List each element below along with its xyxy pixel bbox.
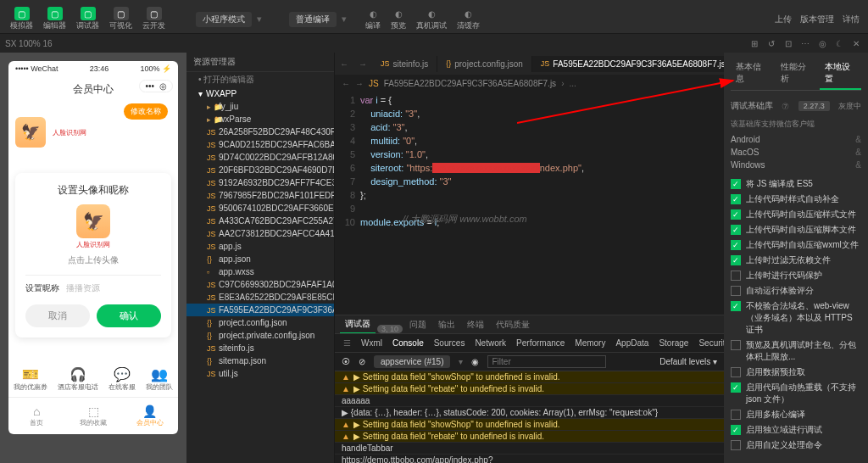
debug-tab-代码质量[interactable]: 代码质量 <box>491 316 535 333</box>
action-预览[interactable]: ◐预览 <box>386 5 411 33</box>
file-AA2C73812BDC29AFCC4A41886...[interactable]: JSAA2C73812BDC29AFCC4A41886... <box>186 227 334 240</box>
console-line[interactable]: ▲▶ Setting data field "rebate" to undefi… <box>335 383 724 395</box>
nav-会员中心[interactable]: 👤会员中心 <box>121 398 178 434</box>
nav-arrow[interactable]: ← <box>342 79 350 88</box>
setting-check[interactable]: 启用数据预拉取 <box>731 365 861 380</box>
debug-tab-调试器[interactable]: 调试器 <box>340 315 376 333</box>
code-editor[interactable]: var i = { uniacid: "3", acid: "3", multi… <box>360 93 724 315</box>
file-app.wxss[interactable]: ▫app.wxss <box>186 265 334 278</box>
toolbar-编辑器[interactable]: ▢编辑器 <box>38 5 71 33</box>
file-app.json[interactable]: {}app.json <box>186 253 334 265</box>
levels-dropdown[interactable]: Default levels ▾ <box>659 357 717 366</box>
file-9D74C0022BDC29AFFB12A8050...[interactable]: JS9D74C0022BDC29AFFB12A8050... <box>186 151 334 164</box>
console-tab-Console[interactable]: Console <box>392 338 424 348</box>
settings-tab-基本信息[interactable]: 基本信息 <box>731 58 772 90</box>
filter-input[interactable] <box>487 355 606 368</box>
console-tab-Sources[interactable]: Sources <box>434 338 465 348</box>
debug-tab-输出[interactable]: 输出 <box>433 316 460 333</box>
debug-tab-问题[interactable]: 问题 <box>404 316 431 333</box>
nav-我的收藏[interactable]: ⬚我的收藏 <box>65 398 122 434</box>
setting-check[interactable]: ✓将 JS 编译成 ES5 <box>731 176 861 192</box>
action-版本管理[interactable]: 版本管理 <box>800 14 834 25</box>
feature-我的优惠券[interactable]: 🎫我的优惠券 <box>14 366 47 392</box>
clear-console[interactable]: ⊘ <box>359 357 365 366</box>
setting-check[interactable]: ✓上传时过滤无依赖文件 <box>731 253 861 268</box>
action-详情[interactable]: 详情 <box>843 14 860 25</box>
compile-dropdown[interactable]: 普通编译 <box>289 12 337 27</box>
file-7967985F2BDC29AF101FEDF571...[interactable]: JS7967985F2BDC29AF101FEDF571... <box>186 189 334 202</box>
cancel-button[interactable]: 取消 <box>25 304 90 327</box>
toolbar-可视化[interactable]: ▢可视化 <box>104 5 137 33</box>
file-project.private.config.json[interactable]: {}project.private.config.json <box>186 329 334 342</box>
console-line[interactable]: handleTabbar <box>335 443 724 455</box>
file-A433CA762BDC29AFC255A27114...[interactable]: JSA433CA762BDC29AFC255A27114... <box>186 215 334 227</box>
feature-在线客服[interactable]: 💬在线客服 <box>108 366 136 392</box>
tab-project.config.json[interactable]: {}project.config.json <box>437 56 532 72</box>
file-wxParse[interactable]: ▸ 📁wxParse <box>186 113 334 126</box>
console-tab-Memory[interactable]: Memory <box>575 338 605 348</box>
settings-tab-性能分析[interactable]: 性能分析 <box>776 58 817 90</box>
toolbar-模拟器[interactable]: ▢模拟器 <box>5 5 38 33</box>
breadcrumb[interactable]: FA595EA22BDC29AF9C3F36A5EA6808F7.js <box>384 79 556 88</box>
eye-icon[interactable]: ◉ <box>471 357 479 366</box>
console-line[interactable]: ▲▶ Setting data field "showShop" to unde… <box>335 419 724 431</box>
setting-check[interactable]: 上传时进行代码保护 <box>731 268 861 283</box>
setting-check[interactable]: ✓启用独立域进行调试 <box>731 422 861 438</box>
confirm-button[interactable]: 确认 <box>97 304 161 327</box>
sub-icon[interactable]: ⊡ <box>782 36 795 50</box>
toolbar-云开发[interactable]: ▢云开发 <box>137 5 170 33</box>
file-FA595EA22BDC29AF9C3F36A5E...[interactable]: JSFA595EA22BDC29AF9C3F36A5E... <box>186 304 334 316</box>
feature-酒店客服电话[interactable]: 🎧酒店客服电话 <box>58 366 98 392</box>
console-tab-AppData[interactable]: AppData <box>615 338 648 348</box>
feature-我的团队[interactable]: 👥我的团队 <box>146 366 173 392</box>
sub-icon[interactable]: ↺ <box>765 36 778 50</box>
action-编译[interactable]: ◐编译 <box>360 5 386 33</box>
action-上传[interactable]: 上传 <box>775 14 792 25</box>
setting-check[interactable]: ✓不校验合法域名、web-view（业务域名）本以及 HTTPS 证书 <box>731 298 861 337</box>
tab-FA595EA22BDC29AF9C3F36A5EA6808F7.js[interactable]: JSFA595EA22BDC29AF9C3F36A5EA6808F7.js× <box>532 56 724 72</box>
setting-check[interactable]: 自动运行体验评分 <box>731 283 861 298</box>
debug-tab-终端[interactable]: 终端 <box>462 316 489 333</box>
sub-icon[interactable]: ✕ <box>849 36 863 50</box>
setting-check[interactable]: ✓上传代码时自动压缩脚本文件 <box>731 222 861 237</box>
sub-icon[interactable]: ☾ <box>832 36 846 50</box>
file-C97C6699302BDC29AFAF1A0E274...[interactable]: JSC97C6699302BDC29AFAF1A0E274... <box>186 278 334 291</box>
setting-check[interactable]: 启用自定义处理命令 <box>731 438 861 453</box>
phone-preview[interactable]: ••••• WeChat 23:46 100% ⚡ 会员中心 •••◎ 修改名称… <box>8 61 178 434</box>
nav-arrow[interactable]: → <box>355 79 364 88</box>
toolbar-调试器[interactable]: ▢调试器 <box>71 5 104 33</box>
console-line[interactable]: ▲▶ Setting data field "showShop" to unde… <box>335 371 724 383</box>
file-util.js[interactable]: JSutil.js <box>186 367 334 380</box>
file-project.config.json[interactable]: {}project.config.json <box>186 316 334 329</box>
action-清缓存[interactable]: ◐清缓存 <box>452 5 485 33</box>
file-fy_jiu[interactable]: ▸ 📁fy_jiu <box>186 100 334 113</box>
nav-首页[interactable]: ⌂首页 <box>8 398 65 434</box>
file-9500674102BDC29AFF3660E7331...[interactable]: JS9500674102BDC29AFF3660E7331... <box>186 202 334 215</box>
file-sitemap.json[interactable]: {}sitemap.json <box>186 354 334 367</box>
setting-check[interactable]: ✓上传代码时自动压缩wxml文件 <box>731 237 861 253</box>
file-9CA0D2152BDC29AFFAC6BA12E...[interactable]: JS9CA0D2152BDC29AFFAC6BA12E... <box>186 138 334 151</box>
upload-avatar[interactable]: 🦅 <box>76 204 110 238</box>
setting-check[interactable]: 预览及真机调试时主包、分包体积上限放... <box>731 337 861 365</box>
user-avatar[interactable]: 🦅 <box>15 117 46 148</box>
file-siteinfo.js[interactable]: JSsiteinfo.js <box>186 342 334 354</box>
root-folder[interactable]: ▾ WXAPP <box>186 87 334 100</box>
console-tab-Network[interactable]: Network <box>475 338 506 348</box>
setting-check[interactable]: 启用多核心编译 <box>731 407 861 422</box>
settings-tab-本地设置[interactable]: 本地设置 <box>820 58 861 90</box>
mode-dropdown[interactable]: 小程序模式 <box>196 12 252 27</box>
edit-name-badge[interactable]: 修改名称 <box>124 103 168 120</box>
console-tab-Storage[interactable]: Storage <box>659 338 688 348</box>
setting-check[interactable]: ✓启用代码自动热重载（不支持 json 文件） <box>731 380 861 407</box>
tab-siteinfo.js[interactable]: JSsiteinfo.js <box>372 56 437 72</box>
sub-icon[interactable]: ⊞ <box>748 36 761 50</box>
file-20F6BFD32BDC29AF4690D7D48...[interactable]: JS20F6BFD32BDC29AF4690D7D48... <box>186 164 334 176</box>
console-line[interactable]: ▲▶ Setting data field "rebate" to undefi… <box>335 431 724 443</box>
console-tab-Wxml[interactable]: Wxml <box>361 338 382 348</box>
open-editors-section[interactable]: • 打开的编辑器 <box>186 72 334 87</box>
file-26A258F52BDC29AF48C430F2...[interactable]: JS26A258F52BDC29AF48C430F2... <box>186 126 334 138</box>
file-app.js[interactable]: JSapp.js <box>186 240 334 253</box>
capsule-button[interactable]: •••◎ <box>139 80 173 92</box>
sub-icon[interactable]: ◎ <box>815 36 829 50</box>
nickname-input[interactable]: 播播资源 <box>66 282 100 294</box>
